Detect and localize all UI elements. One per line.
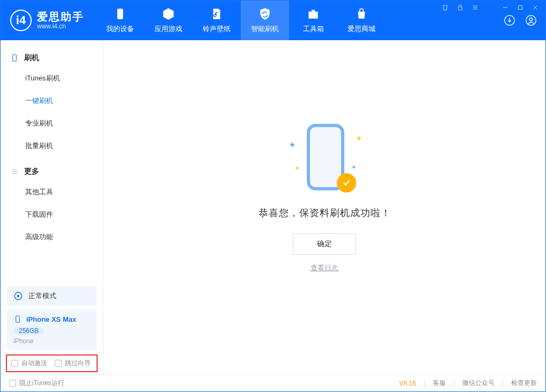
sidebar-section-more: 更多	[1, 164, 103, 181]
mode-card[interactable]: 正常模式	[7, 286, 97, 306]
success-illustration	[290, 121, 359, 196]
main-content: 恭喜您，保资料刷机成功啦！ 确定 查看日志	[104, 40, 545, 374]
chk-label: 阻止iTunes运行	[19, 379, 64, 388]
skip-guide-checkbox[interactable]: 跳过向导	[55, 359, 91, 368]
svg-rect-1	[519, 6, 522, 10]
spacer-icon	[485, 4, 495, 11]
version-label: V8.16	[399, 380, 416, 387]
tab-store[interactable]: 爱思商城	[337, 1, 386, 40]
device-name: iPhone XS Max	[26, 315, 76, 323]
success-panel: 恭喜您，保资料刷机成功啦！ 确定 查看日志	[259, 121, 391, 273]
block-itunes-checkbox[interactable]: 阻止iTunes运行	[9, 379, 64, 388]
sidebar-item-download-fw[interactable]: 下载固件	[1, 203, 103, 226]
close-button[interactable]	[530, 4, 540, 11]
body: 刷机 iTunes刷机 一键刷机 专业刷机 批量刷机 更多 其他工具 下载固件 …	[1, 40, 545, 374]
separator: |	[453, 380, 455, 387]
device-icon	[10, 54, 19, 62]
device-type: iPhone	[13, 337, 90, 345]
sidebar-item-itunes-flash[interactable]: iTunes刷机	[1, 67, 103, 90]
footer-right: V8.16 | 客服 | 微信公众号 | 检查更新	[399, 379, 537, 388]
sidebar-bottom: 正常模式 iPhone XS Max 256GB iPhone 自动激活 跳过向…	[1, 283, 103, 374]
svg-rect-0	[459, 7, 462, 10]
app-logo: i4 爱思助手 www.i4.cn	[1, 1, 96, 40]
section-label: 更多	[24, 167, 39, 176]
sidebar-item-advanced[interactable]: 高级功能	[1, 226, 103, 248]
mode-label: 正常模式	[28, 291, 56, 301]
status-bar: 阻止iTunes运行 V8.16 | 客服 | 微信公众号 | 检查更新	[1, 374, 545, 391]
tab-label: 爱思商城	[348, 24, 375, 34]
sidebar: 刷机 iTunes刷机 一键刷机 专业刷机 批量刷机 更多 其他工具 下载固件 …	[1, 40, 104, 374]
toolbox-icon	[306, 7, 320, 21]
check-badge-icon	[337, 173, 356, 193]
list-icon	[10, 167, 19, 176]
cube-icon	[161, 7, 175, 21]
app-title: 爱思助手	[37, 11, 84, 23]
tab-my-device[interactable]: 我的设备	[96, 1, 144, 40]
nav-tabs: 我的设备 应用游戏 铃声壁纸 智能刷机 工具箱 爱思商城	[96, 1, 386, 40]
lock-icon[interactable]	[455, 4, 465, 11]
app-url: www.i4.cn	[37, 23, 84, 30]
support-link[interactable]: 客服	[433, 379, 446, 388]
download-button[interactable]	[503, 13, 517, 27]
sparkle-icon	[290, 142, 294, 146]
device-card[interactable]: iPhone XS Max 256GB iPhone	[7, 309, 97, 350]
tab-label: 工具箱	[303, 24, 324, 34]
dot-icon	[352, 166, 355, 168]
ok-button[interactable]: 确定	[293, 233, 356, 255]
tab-label: 我的设备	[106, 24, 134, 34]
sparkle-icon	[357, 136, 361, 140]
app-window: i4 爱思助手 www.i4.cn 我的设备 应用游戏 铃声壁纸 智能刷机	[0, 0, 546, 392]
minimize-button[interactable]	[500, 4, 510, 11]
device-capacity: 256GB	[13, 327, 44, 335]
tab-ring-wall[interactable]: 铃声壁纸	[193, 1, 241, 40]
separator: |	[502, 380, 504, 387]
tab-label: 应用游戏	[154, 24, 182, 34]
logo-icon: i4	[10, 10, 32, 31]
sidebar-section-flash: 刷机	[1, 50, 103, 67]
section-label: 刷机	[24, 53, 39, 63]
menu-icon[interactable]	[470, 4, 480, 11]
bag-icon	[355, 7, 368, 21]
device-phone-icon	[13, 315, 22, 323]
user-button[interactable]	[524, 13, 538, 27]
tab-toolbox[interactable]: 工具箱	[289, 1, 337, 40]
maximize-button[interactable]	[515, 4, 525, 11]
music-file-icon	[210, 7, 224, 21]
success-message: 恭喜您，保资料刷机成功啦！	[259, 206, 391, 219]
shield-sync-icon	[258, 7, 272, 21]
svg-point-7	[529, 18, 533, 21]
svg-rect-3	[308, 12, 318, 19]
tab-smart-flash[interactable]: 智能刷机	[241, 1, 289, 40]
tab-label: 智能刷机	[251, 24, 279, 34]
auto-activate-checkbox[interactable]: 自动激活	[11, 359, 47, 368]
highlighted-options: 自动激活 跳过向导	[6, 354, 98, 372]
wechat-link[interactable]: 微信公众号	[462, 379, 495, 388]
chk-label: 自动激活	[21, 359, 47, 368]
sidebar-item-pro-flash[interactable]: 专业刷机	[1, 112, 103, 135]
svg-rect-11	[16, 316, 20, 322]
check-update-link[interactable]: 检查更新	[511, 379, 537, 388]
title-bar: i4 爱思助手 www.i4.cn 我的设备 应用游戏 铃声壁纸 智能刷机	[1, 1, 545, 40]
tab-label: 铃声壁纸	[203, 24, 231, 34]
sidebar-item-other-tools[interactable]: 其他工具	[1, 181, 103, 203]
chk-label: 跳过向导	[65, 359, 91, 368]
phone-icon	[113, 7, 127, 21]
sidebar-item-batch-flash[interactable]: 批量刷机	[1, 135, 103, 157]
tab-apps-games[interactable]: 应用游戏	[144, 1, 193, 40]
svg-point-6	[526, 16, 536, 25]
separator: |	[424, 380, 425, 387]
dot-icon	[296, 167, 299, 169]
view-log-link[interactable]: 查看日志	[311, 263, 338, 273]
sidebar-item-oneclick-flash[interactable]: 一键刷机	[1, 90, 103, 112]
svg-point-10	[17, 295, 20, 298]
window-controls	[440, 4, 540, 11]
mode-icon	[13, 291, 23, 301]
shirt-icon[interactable]	[440, 4, 450, 11]
svg-rect-8	[13, 55, 17, 61]
svg-rect-4	[312, 10, 315, 11]
svg-rect-2	[117, 9, 123, 19]
